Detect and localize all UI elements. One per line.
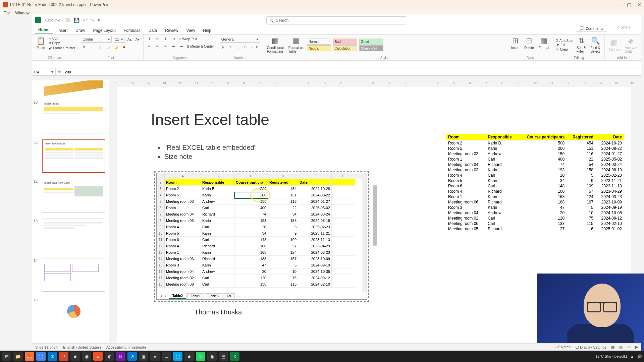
autosave-toggle[interactable]: AutoSave — [44, 18, 70, 22]
taskbar-explorer-icon[interactable]: 📁 — [13, 352, 23, 361]
decrease-decimal-icon[interactable]: ←.0 — [252, 44, 258, 50]
wrap-text-button[interactable]: ↩ Wrap Text — [178, 37, 197, 41]
taskbar-app-icon-3[interactable]: ▲ — [93, 352, 103, 361]
sort-filter-button[interactable]: ⇅Sort & Filter — [575, 36, 587, 54]
align-center-icon[interactable]: ≡ — [154, 43, 160, 49]
taskbar-app-icon-4[interactable]: ◐ — [105, 352, 114, 361]
minimize-button[interactable]: — — [616, 2, 621, 7]
view-slideshow-icon[interactable]: ▶ — [635, 345, 638, 349]
align-left-icon[interactable]: ≡ — [146, 43, 152, 49]
delete-cells-button[interactable]: ⊟Delete — [523, 36, 535, 50]
clear-button[interactable]: ◇ Clear — [556, 48, 573, 51]
italic-button[interactable]: I — [89, 44, 95, 50]
maximize-button[interactable]: ▢ — [627, 2, 631, 7]
style-bad[interactable]: Bad — [333, 39, 357, 45]
analyze-data-button[interactable]: ◈Analyze Data — [623, 36, 638, 54]
taskbar-app-icon-9[interactable]: ◯ — [173, 352, 182, 361]
format-as-table-button[interactable]: ▥Format as Table — [287, 36, 305, 54]
autosum-button[interactable]: Σ AutoSum — [556, 39, 573, 43]
decrease-indent-icon[interactable]: ⇤ — [170, 43, 176, 49]
status-notes[interactable]: 📝 Notes — [555, 345, 571, 349]
increase-indent-icon[interactable]: ⇥ — [178, 43, 184, 49]
align-bottom-icon[interactable]: ⤓ — [162, 36, 168, 42]
increase-font-icon[interactable]: A▴ — [126, 36, 132, 42]
taskbar-app-icon-10[interactable]: ◆ — [184, 352, 194, 361]
taskbar-app-icon-6[interactable]: ▣ — [139, 352, 148, 361]
sheet-tab-tal[interactable]: Tal — [223, 293, 235, 299]
embed-scrollbar[interactable] — [362, 179, 367, 292]
taskbar-powerpoint-icon[interactable]: P — [59, 352, 68, 361]
menu-window[interactable]: Window — [15, 11, 30, 15]
paste-button[interactable]: 📋Paste — [35, 36, 47, 50]
tab-data[interactable]: Data — [145, 27, 160, 34]
fx-icon[interactable]: fx — [56, 70, 63, 74]
sheet-tab-add[interactable]: ＋ — [242, 294, 248, 298]
slide-thumb-10[interactable] — [42, 80, 105, 94]
conditional-formatting-button[interactable]: ▦Conditional Formatting — [266, 36, 285, 54]
view-normal-icon[interactable]: ▦ — [611, 345, 614, 349]
find-select-button[interactable]: 🔍Find & Select — [589, 36, 602, 54]
tab-view[interactable]: View — [183, 27, 199, 34]
slide-thumb-15[interactable]: 15 — [42, 298, 105, 331]
qat-more-icon[interactable]: ▾ — [98, 17, 100, 23]
style-good[interactable]: Good — [359, 39, 383, 45]
taskbar-excel-icon[interactable]: X — [230, 352, 239, 361]
taskbar-app-icon[interactable]: ◆ — [70, 352, 80, 361]
tab-formulas[interactable]: Formulas — [120, 27, 144, 34]
format-cells-button[interactable]: ▦Format — [537, 36, 551, 50]
fill-button[interactable]: ▼ Fill — [556, 43, 573, 47]
sheet-nav-next[interactable]: ▸ — [164, 294, 168, 298]
status-display[interactable]: 🖵 Display Settings — [575, 345, 606, 349]
style-check-cell[interactable]: Check Cell — [359, 45, 383, 51]
search-input[interactable]: Search — [266, 16, 407, 24]
start-button[interactable]: ⊞ — [2, 352, 11, 361]
number-format-select[interactable]: General▾ — [220, 36, 260, 43]
taskbar-app-icon-12[interactable]: ▤ — [219, 352, 228, 361]
tab-page-layout[interactable]: Page Layout — [90, 27, 119, 34]
cut-button[interactable]: ✂ Cut — [49, 37, 75, 40]
percent-format-icon[interactable]: % — [228, 44, 234, 50]
undo-icon[interactable]: ↶ — [83, 17, 87, 23]
comma-format-icon[interactable]: , — [236, 44, 242, 50]
taskbar-tray-icon[interactable]: ▲ — [630, 354, 634, 358]
sheet-tab-table1[interactable]: Table1 — [187, 293, 204, 299]
embedded-excel-object[interactable]: A B C D E F 2 Room Responsible Course pa… — [154, 171, 369, 302]
share-button[interactable]: ↗ Share — [616, 25, 631, 29]
addins-button[interactable]: ▦Add-ins — [607, 38, 622, 52]
font-size-select[interactable]: 11▾ — [114, 36, 124, 43]
sheet-tab-table2[interactable]: Table2 — [169, 293, 186, 299]
close-button[interactable]: ✕ — [637, 2, 641, 7]
slide-thumb-13[interactable]: 13 — [42, 219, 105, 252]
fill-color-button[interactable]: ◢ — [113, 44, 119, 50]
taskbar-network-icon[interactable]: 🔊 — [637, 354, 642, 359]
view-reading-icon[interactable]: ▭ — [627, 345, 631, 349]
sheet-tab-table3[interactable]: Table3 — [205, 293, 222, 299]
copy-button[interactable]: ⧉ Copy — [49, 41, 75, 45]
borders-button[interactable]: ⊞ — [105, 44, 111, 50]
format-painter-button[interactable]: 🖌 Format Painter — [49, 46, 75, 50]
redo-icon[interactable]: ↷ — [90, 17, 94, 23]
insert-cells-button[interactable]: ⊞Insert — [510, 36, 521, 50]
increase-decimal-icon[interactable]: .0→ — [244, 44, 250, 50]
align-top-icon[interactable]: ⤒ — [146, 36, 152, 42]
slide-thumb-11[interactable]: 11 Insert Excel table — [42, 139, 105, 173]
accounting-format-icon[interactable]: $ — [220, 44, 226, 50]
save-icon[interactable]: 💾 — [74, 17, 79, 23]
style-calculation[interactable]: Calculation — [333, 45, 357, 51]
comments-button[interactable]: 💬 Comments — [576, 25, 607, 32]
formula-value[interactable]: 200 — [63, 70, 73, 74]
taskbar-app-icon-8[interactable]: ▭ — [162, 352, 171, 361]
taskbar-app-icon-7[interactable]: ● — [150, 352, 160, 361]
taskbar-outlook-icon[interactable]: ✉ — [48, 352, 57, 361]
slide-thumb-12[interactable]: 12 Insert data from Excel — [42, 179, 105, 213]
taskbar-chrome-icon[interactable]: ◯ — [36, 352, 46, 361]
status-accessibility[interactable]: Accessibility: Investigate — [106, 345, 146, 349]
taskbar-weather[interactable]: 12°C Stark bewölkt — [595, 354, 627, 358]
slide-thumb-10b[interactable]: 10 Insert tables — [42, 100, 105, 133]
orientation-icon[interactable]: ⤭ — [170, 36, 176, 42]
tab-draw[interactable]: Draw — [72, 27, 88, 34]
menu-file[interactable]: File — [3, 11, 10, 15]
merge-center-button[interactable]: ⊟ Merge & Center — [186, 45, 214, 48]
taskbar-firefox-icon[interactable]: 🦊 — [25, 352, 34, 361]
underline-button[interactable]: U — [97, 44, 103, 50]
